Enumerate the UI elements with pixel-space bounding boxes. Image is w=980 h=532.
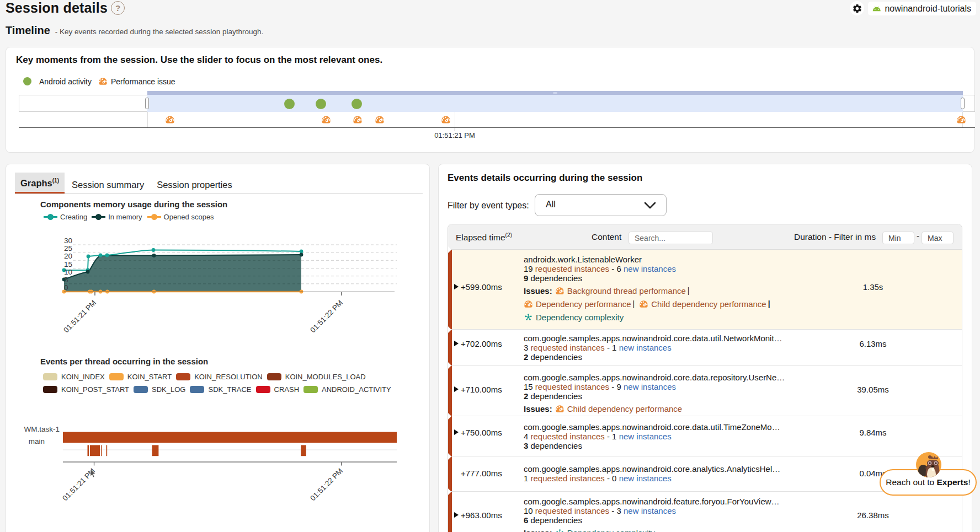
svg-text:5: 5: [64, 276, 68, 284]
svg-text:main: main: [29, 437, 45, 445]
svg-text:01:51:22 PM: 01:51:22 PM: [308, 299, 344, 335]
svg-text:0: 0: [64, 283, 68, 292]
svg-text:WM.task-1: WM.task-1: [24, 425, 60, 433]
svg-text:30: 30: [64, 237, 72, 245]
svg-text:20: 20: [64, 252, 72, 260]
svg-text:01:51:22 PM: 01:51:22 PM: [308, 467, 344, 503]
svg-text:01:51:21 PM: 01:51:21 PM: [62, 299, 98, 335]
svg-text:25: 25: [64, 244, 72, 252]
svg-text:15: 15: [64, 260, 72, 268]
svg-text:10: 10: [64, 268, 72, 276]
